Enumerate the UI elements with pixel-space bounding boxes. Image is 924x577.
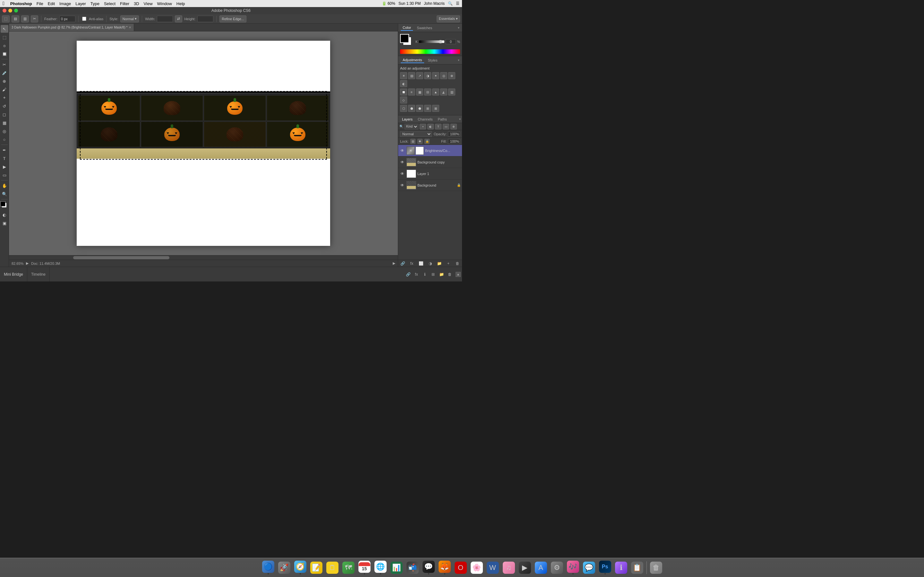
- layer-item-background[interactable]: 👁 Background 🔒: [398, 179, 462, 191]
- curves-adj-icon[interactable]: ↗: [416, 72, 423, 79]
- bottom-info-icon[interactable]: ℹ: [422, 271, 428, 277]
- rectangular-marquee-tool[interactable]: ⬚: [2, 15, 10, 23]
- invert-adj-icon[interactable]: ⊟: [424, 89, 431, 95]
- filter-type-icon[interactable]: T: [435, 124, 441, 129]
- single-col-marquee[interactable]: ▥: [21, 15, 29, 23]
- bottom-link-icon[interactable]: 🔗: [405, 271, 411, 277]
- filter-shape-icon[interactable]: ▭: [443, 124, 449, 129]
- filter-adj-icon[interactable]: ◐: [427, 124, 434, 129]
- timeline-tab[interactable]: Timeline: [27, 267, 50, 282]
- mini-bridge-tab[interactable]: Mini Bridge: [0, 267, 27, 282]
- new-group-btn[interactable]: 📁: [436, 261, 443, 266]
- menu-image[interactable]: Image: [59, 1, 71, 6]
- menu-3d[interactable]: 3D: [134, 1, 139, 6]
- gradient-tool[interactable]: ▦: [1, 119, 8, 127]
- color-panel-collapse[interactable]: ▾: [458, 26, 459, 29]
- type-tool[interactable]: T: [1, 155, 8, 162]
- tab-layers[interactable]: Layers: [399, 117, 415, 122]
- layer-item-brightness[interactable]: 👁 ☀ Brightness/Co...: [398, 145, 462, 156]
- lock-position-btn[interactable]: ✚: [417, 139, 423, 144]
- apple-menu[interactable]: : [3, 1, 5, 6]
- lasso-tool[interactable]: ⌾: [1, 42, 8, 49]
- adjustments-panel-header[interactable]: Adjustments Styles ▾: [398, 56, 462, 64]
- tab-color[interactable]: Color: [401, 25, 413, 31]
- channel-mixer-adj-icon[interactable]: ≡: [408, 89, 415, 95]
- document-tab[interactable]: 3 Dark Halloween Pumpkin.psd @ 82.7% (Br…: [9, 24, 134, 31]
- app-menu-photoshop[interactable]: Photoshop: [10, 1, 32, 6]
- fg-bg-swatches[interactable]: [400, 34, 413, 47]
- layer-filter-select[interactable]: Kind: [405, 124, 418, 129]
- select-color-adj-icon[interactable]: ◇: [400, 97, 407, 103]
- adj-panel-collapse[interactable]: ▾: [458, 58, 459, 62]
- hdr-adj-icon[interactable]: ⬢: [408, 105, 415, 112]
- menu-file[interactable]: File: [37, 1, 43, 6]
- single-row-marquee[interactable]: ▤: [11, 15, 19, 23]
- layer-visibility-bg-copy[interactable]: 👁: [399, 159, 405, 165]
- add-layer-style-btn[interactable]: fx: [409, 261, 415, 266]
- color-spectrum-bar[interactable]: [400, 49, 460, 54]
- screen-mode-tool[interactable]: ▣: [1, 219, 8, 227]
- tab-adjustments[interactable]: Adjustments: [401, 57, 424, 63]
- menu-window[interactable]: Window: [157, 1, 172, 6]
- color-swatches-tool[interactable]: [0, 201, 9, 210]
- bottom-fx-icon[interactable]: fx: [413, 271, 420, 277]
- shadows-hl-adj-icon[interactable]: ⬡: [400, 105, 407, 112]
- lock-pixels-btn[interactable]: ▤: [410, 139, 415, 144]
- foreground-color-swatch[interactable]: [400, 34, 409, 43]
- menu-view[interactable]: View: [144, 1, 153, 6]
- swap-wh-icon[interactable]: ⇄: [175, 15, 182, 23]
- menu-layer[interactable]: Layer: [75, 1, 86, 6]
- history-brush-tool[interactable]: ↺: [1, 102, 8, 110]
- k-value-input[interactable]: [446, 39, 456, 44]
- minimize-button[interactable]: [8, 9, 12, 13]
- refine-edge-button[interactable]: Refine Edge...: [220, 15, 246, 23]
- new-layer-btn[interactable]: +: [445, 261, 452, 266]
- bottom-grid-icon[interactable]: ⊞: [430, 271, 436, 277]
- vibrance-adj-icon[interactable]: ✦: [432, 72, 439, 79]
- quick-select-tool[interactable]: 🔲: [1, 50, 8, 58]
- dodge-tool[interactable]: ○: [1, 135, 8, 143]
- tab-paths[interactable]: Paths: [435, 117, 449, 122]
- tab-styles[interactable]: Styles: [426, 58, 439, 63]
- color-balance-adj-icon[interactable]: ⊕: [448, 72, 455, 79]
- pen-tool[interactable]: ✒: [1, 146, 8, 154]
- tab-swatches[interactable]: Swatches: [415, 25, 434, 31]
- height-input[interactable]: [197, 16, 213, 22]
- k-slider[interactable]: [419, 40, 444, 43]
- canvas-viewport[interactable]: [9, 31, 398, 255]
- bottom-trash-icon[interactable]: 🗑: [447, 271, 453, 277]
- menu-select[interactable]: Select: [104, 1, 115, 6]
- shape-tool[interactable]: ▭: [1, 171, 8, 179]
- exposure-adj-icon[interactable]: ◑: [424, 72, 431, 79]
- horizontal-scrollbar[interactable]: [9, 255, 398, 259]
- quick-mask-tool[interactable]: ◐: [1, 211, 8, 219]
- new-fill-adj-btn[interactable]: ◑: [427, 261, 433, 266]
- layer-item-bg-copy[interactable]: 👁 Background copy: [398, 156, 462, 168]
- width-input[interactable]: [157, 16, 173, 22]
- rectangular-marquee-tool-left[interactable]: ⬚: [1, 33, 8, 41]
- lens-correction-adj-icon[interactable]: ⊞: [424, 105, 431, 112]
- add-mask-btn[interactable]: ⬜: [418, 261, 424, 266]
- menu-filter[interactable]: Filter: [120, 1, 129, 6]
- style-select[interactable]: Normal ▾: [120, 15, 139, 23]
- hue-sat-adj-icon[interactable]: ◎: [440, 72, 447, 79]
- close-button[interactable]: [3, 9, 6, 13]
- menu-type[interactable]: Type: [90, 1, 99, 6]
- menu-edit[interactable]: Edit: [48, 1, 55, 6]
- anti-alias-checkbox[interactable]: [82, 17, 86, 21]
- scroll-thumb-h[interactable]: [73, 256, 170, 259]
- crop-tool[interactable]: ✂: [31, 15, 38, 23]
- bottom-folder-icon[interactable]: 📁: [438, 271, 445, 277]
- link-layers-btn[interactable]: 🔗: [399, 261, 406, 266]
- gradient-map-adj-icon[interactable]: ▥: [448, 89, 455, 95]
- filter-pixel-icon[interactable]: ▪: [420, 124, 426, 129]
- bottom-panel-minimize[interactable]: ▲: [456, 272, 461, 277]
- delete-layer-btn[interactable]: 🗑: [454, 261, 461, 266]
- photo-filter-adj-icon[interactable]: 🔲: [400, 89, 407, 95]
- tab-channels[interactable]: Channels: [415, 117, 435, 122]
- brightness-adj-icon[interactable]: ☀: [400, 72, 407, 79]
- brush-tool[interactable]: 🖌: [1, 85, 8, 93]
- maximize-button[interactable]: [14, 9, 18, 13]
- threshold-adj-icon[interactable]: ◭: [440, 89, 447, 95]
- zoom-arrow-icon[interactable]: ▶: [26, 261, 29, 266]
